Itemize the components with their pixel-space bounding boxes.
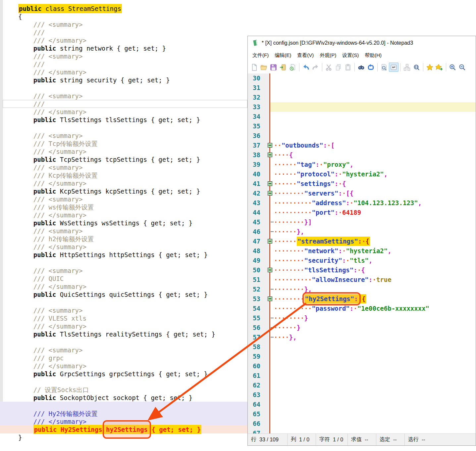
editor-text[interactable]: ··"outbounds":·[ [270, 141, 476, 150]
code-token: { [362, 295, 365, 302]
editor-text[interactable] [270, 381, 476, 390]
code-token: // 设置Socks出口 [18, 386, 89, 393]
editor-text[interactable]: ······"streamSettings":·{ [270, 237, 476, 246]
fold-margin [264, 409, 270, 419]
menu-edit[interactable]: 编辑(E) [272, 51, 294, 60]
document-preview-button[interactable] [379, 63, 389, 72]
status-eval: 求值-- [348, 434, 376, 445]
editor-text[interactable]: ······"protocol":·"hysteria2", [270, 169, 476, 179]
code-token: · [353, 305, 357, 312]
editor-text[interactable] [270, 131, 476, 141]
editor-text[interactable]: ········"security":·"tls", [270, 256, 476, 265]
editor-text[interactable] [270, 102, 476, 112]
word-wrap-button[interactable] [389, 63, 398, 72]
json-editor[interactable]: 3031323334353637··"outbounds":·[38····{3… [248, 73, 476, 433]
open-folder-button[interactable] [259, 63, 269, 72]
zoom-selection-button[interactable] [412, 63, 421, 72]
editor-text[interactable]: ········}] [270, 217, 476, 227]
editor-text[interactable] [270, 371, 476, 381]
code-token: "tlsSettings" [304, 266, 354, 274]
editor-text[interactable]: ········"servers":·[{ [270, 189, 476, 198]
code-token: /// <summary> [18, 53, 82, 60]
save-as-button[interactable] [278, 63, 288, 72]
editor-text[interactable]: ········"network":·"hysteria2", [270, 246, 476, 256]
editor-text[interactable] [270, 400, 476, 409]
menu-settings[interactable]: 设置(S) [339, 51, 362, 60]
menu-file[interactable]: 文件(F) [249, 51, 272, 60]
editor-text[interactable]: ··········"address":·"104.123.123.123", [270, 198, 476, 208]
status-label: 选行 [408, 436, 419, 443]
code-token: /// h2传输额外设置 [18, 235, 94, 243]
editor-text[interactable] [270, 112, 476, 121]
code-token: : [335, 180, 338, 187]
editor-text[interactable] [270, 73, 476, 83]
status-value: 33 / 109 [259, 437, 279, 443]
add-favorite-star-button[interactable] [435, 63, 444, 72]
file-history-button[interactable] [288, 63, 297, 72]
menu-view[interactable]: 查看(V) [294, 51, 317, 60]
editor-text[interactable]: ······"tag":·"proxy", [270, 160, 476, 169]
copy-button[interactable] [334, 63, 343, 72]
csharp-code-line: public KcpSettings kcpSettings { get; se… [0, 187, 247, 195]
editor-text[interactable]: ······"settings":·{ [270, 179, 476, 189]
save-button[interactable] [269, 63, 278, 72]
line-number: 56 [248, 323, 264, 333]
fold-marker-icon[interactable] [268, 143, 272, 148]
fold-marker-icon[interactable] [268, 239, 272, 244]
editor-text[interactable]: ··········"password":·"1e00ce6b-xxxxxxxx… [270, 304, 476, 313]
code-token: ·········· [274, 276, 312, 283]
line-number: 58 [248, 342, 264, 352]
find-button[interactable] [356, 63, 366, 72]
line-number: 42 [248, 189, 264, 198]
favorites-star-button[interactable] [425, 63, 435, 72]
code-token [18, 291, 33, 298]
editor-text[interactable]: ··········"port":·64189 [270, 208, 476, 217]
replace-button[interactable] [366, 63, 376, 72]
menu-help[interactable]: 帮助(H) [362, 51, 385, 60]
editor-text[interactable]: ········"tlsSettings":·{ [270, 265, 476, 275]
cut-icon [325, 64, 333, 71]
fold-margin [264, 237, 270, 246]
editor-text[interactable] [270, 352, 476, 361]
editor-text[interactable] [270, 390, 476, 400]
undo-button[interactable] [301, 63, 311, 72]
title-bar[interactable]: * [X] config.json [D:\GFW\v2ray-windows-… [248, 36, 476, 50]
editor-text[interactable] [270, 93, 476, 102]
csharp-code-line [0, 124, 247, 132]
editor-text[interactable] [270, 409, 476, 419]
editor-text[interactable]: ········} [270, 313, 476, 323]
editor-text[interactable] [270, 342, 476, 352]
paste-button[interactable] [343, 63, 353, 72]
editor-text[interactable]: ········}, [270, 285, 476, 294]
redo-button[interactable] [311, 63, 320, 72]
fold-marker-icon[interactable] [268, 153, 272, 157]
new-document-button[interactable] [249, 63, 259, 72]
document-tree-button[interactable] [402, 63, 412, 72]
fold-marker-icon[interactable] [268, 181, 272, 186]
code-token: /// [18, 61, 45, 68]
editor-text[interactable] [270, 419, 476, 428]
editor-text[interactable]: ··········"allowInsecure":·true [270, 275, 476, 285]
code-token: "port" [312, 209, 335, 216]
code-token: , [384, 170, 388, 178]
editor-text[interactable]: ····}, [270, 333, 476, 342]
editor-text[interactable]: ········"hy2Settings":·{ [270, 294, 476, 304]
fold-marker-icon[interactable] [268, 191, 272, 196]
editor-text[interactable]: ····{ [270, 150, 476, 160]
code-token: TlsSettings tlsSettings { get; set; } [60, 116, 200, 123]
editor-text[interactable] [270, 83, 476, 93]
cut-button[interactable] [324, 63, 334, 72]
fold-marker-icon[interactable] [268, 268, 272, 272]
editor-text[interactable]: ······} [270, 323, 476, 333]
code-token: /// <summary> [18, 227, 82, 235]
csharp-code-line [0, 259, 247, 267]
editor-text[interactable] [270, 121, 476, 131]
editor-text[interactable] [270, 361, 476, 371]
zoom-out-button[interactable] [457, 63, 467, 72]
fold-marker-icon[interactable] [268, 296, 272, 301]
zoom-in-button[interactable] [448, 63, 457, 72]
menu-appearance[interactable]: 外观(P) [317, 51, 339, 60]
editor-line-32: 32 [248, 93, 476, 102]
editor-text[interactable]: ······}, [270, 227, 476, 237]
editor-text[interactable] [270, 428, 476, 433]
